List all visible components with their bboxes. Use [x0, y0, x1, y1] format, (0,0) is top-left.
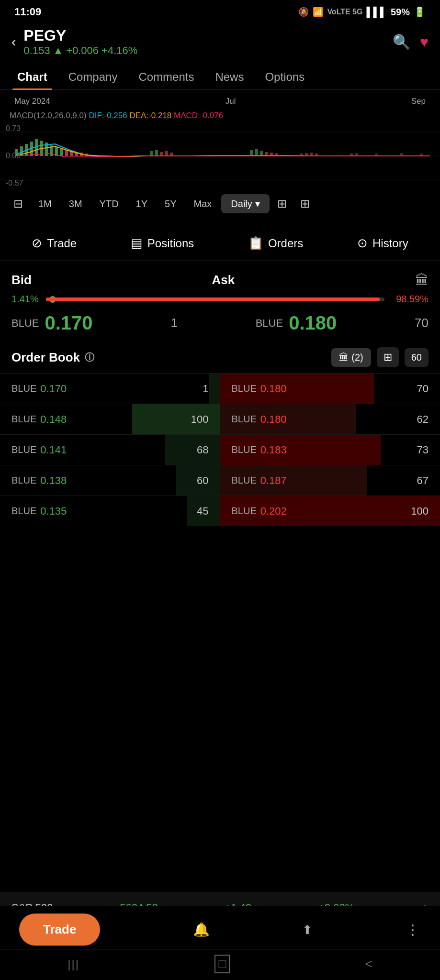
count-button[interactable]: 60 — [405, 348, 429, 367]
action-positions[interactable]: ▤ Positions — [131, 236, 194, 251]
trade-icon: ⊘ — [32, 236, 42, 251]
tab-options[interactable]: Options — [255, 65, 314, 89]
spacer — [0, 526, 440, 641]
date-label-2: Jul — [226, 97, 236, 106]
nav-home-button[interactable]: □ — [214, 955, 230, 973]
period-daily-button[interactable]: Daily ▾ — [221, 194, 269, 213]
bid-cell-4: BLUE 0.138 60 — [0, 465, 220, 496]
ask-cell-2: BLUE 0.180 62 — [220, 404, 440, 434]
svg-rect-7 — [35, 139, 38, 156]
bid-ask-values: BLUE 0.170 1 BLUE 0.180 70 — [0, 307, 440, 340]
bid-currency: BLUE — [11, 317, 39, 330]
table-row: BLUE 0.135 45 BLUE 0.202 100 — [0, 496, 440, 526]
orders-label: Orders — [268, 237, 303, 250]
ask-label: Ask — [212, 273, 235, 287]
up-arrow-icon: ▲ — [53, 44, 63, 57]
history-icon: ⊙ — [357, 236, 368, 251]
search-icon[interactable]: 🔍 — [393, 33, 410, 50]
svg-rect-21 — [165, 151, 168, 156]
ask-qty: 70 — [415, 316, 429, 330]
bid-cell-2: BLUE 0.148 100 — [0, 404, 220, 434]
svg-rect-24 — [255, 149, 258, 156]
more-button[interactable]: ⋮ — [406, 921, 421, 938]
info-icon: ⓘ — [85, 351, 94, 364]
header-icons: 🔍 ♥ — [393, 33, 429, 50]
chart-toggle-button[interactable]: ⊟ — [8, 194, 29, 213]
ticker-change: 0.153 ▲ +0.006 +4.16% — [23, 44, 137, 57]
header-left: ‹ PEGY 0.153 ▲ +0.006 +4.16% — [11, 27, 137, 57]
bank-btn-icon: 🏛 — [339, 352, 349, 363]
positions-icon: ▤ — [131, 236, 143, 251]
bank-count-button[interactable]: 🏛 (2) — [331, 348, 371, 367]
ask-percentage: 98.59% — [390, 294, 429, 305]
chart-date-labels: May 2024 Jul Sep — [0, 94, 440, 109]
trade-button[interactable]: Trade — [19, 914, 100, 946]
ask-cell-3: BLUE 0.183 73 — [220, 435, 440, 465]
period-max[interactable]: Max — [186, 195, 220, 213]
bid-percentage: 1.41% — [11, 294, 40, 305]
action-history[interactable]: ⊙ History — [357, 236, 408, 251]
bank-icon: 🏛 — [415, 272, 429, 288]
date-label-1: May 2024 — [14, 97, 50, 106]
svg-rect-31 — [310, 153, 313, 156]
wifi-icon: 📶 — [313, 7, 323, 17]
tab-comments[interactable]: Comments — [129, 65, 203, 89]
ask-currency: BLUE — [256, 317, 283, 330]
change-pct: +4.16% — [102, 44, 137, 57]
nav-back-button[interactable]: < — [365, 957, 372, 971]
table-row: BLUE 0.170 1 BLUE 0.180 70 — [0, 373, 440, 404]
ticker-symbol: PEGY — [23, 27, 137, 44]
bid-ask-header: Bid Ask 🏛 — [0, 264, 440, 292]
period-5y[interactable]: 5Y — [157, 195, 184, 213]
action-orders[interactable]: 📋 Orders — [248, 236, 303, 251]
period-1y[interactable]: 1Y — [128, 195, 155, 213]
period-1m[interactable]: 1M — [31, 195, 59, 213]
action-tabs: ⊘ Trade ▤ Positions 📋 Orders ⊙ History — [0, 226, 440, 261]
nav-menu-button[interactable]: ||| — [68, 958, 79, 971]
svg-rect-13 — [65, 150, 68, 156]
period-3m[interactable]: 3M — [61, 195, 90, 213]
progress-fill — [46, 297, 380, 301]
svg-rect-12 — [60, 149, 63, 156]
bid-label: Bid — [11, 273, 32, 287]
ask-cell-5: BLUE 0.202 100 — [220, 496, 440, 526]
orders-icon: 📋 — [248, 236, 263, 251]
bid-cell-3: BLUE 0.141 68 — [0, 435, 220, 465]
order-book-controls: 🏛 (2) ⊞ 60 — [331, 347, 429, 367]
status-bar: 11:09 🔕 📶 VoLTE 5G ▌▌▌ 59% 🔋 — [0, 0, 440, 22]
table-row: BLUE 0.148 100 BLUE 0.180 62 — [0, 404, 440, 434]
svg-rect-22 — [170, 153, 173, 156]
ask-value-group: BLUE 0.180 — [256, 312, 337, 334]
signal-icon: 🔕 — [298, 7, 309, 17]
svg-rect-19 — [155, 150, 158, 156]
battery-icon: 🔋 — [414, 6, 426, 18]
bell-button[interactable]: 🔔 — [193, 922, 210, 937]
order-book-rows: BLUE 0.170 1 BLUE 0.180 70 BLUE 0.148 10… — [0, 373, 440, 526]
bid-value-group: BLUE 0.170 — [11, 312, 93, 334]
signal-bars: ▌▌▌ — [366, 7, 387, 18]
bottom-toolbar: Trade 🔔 ⬆ ⋮ — [0, 906, 440, 953]
positions-label: Positions — [147, 237, 194, 250]
period-ytd[interactable]: YTD — [92, 195, 126, 213]
chart-indicator-button[interactable]: ⊞ — [271, 194, 293, 213]
progress-bar — [46, 297, 384, 301]
more-icon: ⋮ — [406, 922, 421, 937]
share-button[interactable]: ⬆ — [302, 922, 313, 937]
chart-layout-button[interactable]: ⊞ — [294, 194, 316, 213]
chart-visualization: 0.73 0.08 -0.57 — [0, 122, 440, 189]
history-label: History — [372, 237, 408, 250]
back-button[interactable]: ‹ — [11, 34, 16, 50]
action-trade[interactable]: ⊘ Trade — [32, 236, 77, 251]
ticker-info: PEGY 0.153 ▲ +0.006 +4.16% — [23, 27, 137, 57]
bank-count: (2) — [351, 352, 363, 363]
bid-cell-1: BLUE 0.170 1 — [0, 374, 220, 404]
tab-company[interactable]: Company — [59, 65, 127, 89]
bid-ask-progress: 1.41% 98.59% — [0, 292, 440, 307]
tab-chart[interactable]: Chart — [8, 65, 57, 89]
tab-news[interactable]: News — [205, 65, 253, 89]
filter-button[interactable]: ⊞ — [377, 347, 399, 367]
favorite-icon[interactable]: ♥ — [420, 34, 429, 50]
header: ‹ PEGY 0.153 ▲ +0.006 +4.16% 🔍 ♥ — [0, 22, 440, 65]
battery: 59% — [391, 7, 410, 18]
bid-cell-5: BLUE 0.135 45 — [0, 496, 220, 526]
